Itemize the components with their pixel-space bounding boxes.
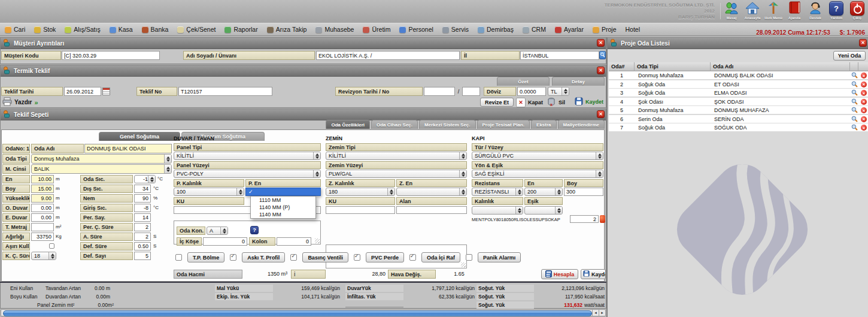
alan-field[interactable] <box>396 206 467 214</box>
yardim-button[interactable]: ? Yardım <box>827 1 845 20</box>
help-question-button[interactable] <box>250 226 259 234</box>
hacim-aux-field[interactable]: İ <box>291 270 326 279</box>
t-metraj-field[interactable] <box>31 223 54 231</box>
kapi-en-select[interactable]: 200 <box>524 188 563 196</box>
table-row[interactable]: 1 Donmuş Muhafaza DONMUŞ BALIK ODASI <box>609 71 868 80</box>
view-magnifier-icon[interactable] <box>851 89 858 97</box>
tab-proje-tesisat[interactable]: Proje Tesisat Plan. <box>477 120 530 129</box>
menu-item-servis[interactable]: Servis <box>442 26 469 33</box>
view-magnifier-icon[interactable] <box>851 124 858 132</box>
tur-yuzey-select[interactable]: SÜRGÜLÜ PVC <box>472 152 603 160</box>
teklif-tarihi-field[interactable]: 26.09.2012 <box>64 87 101 96</box>
zemin-tipi-select[interactable]: KİLİTLİ <box>326 152 467 160</box>
panel-yuzeyi-select[interactable]: PVC-POLY <box>174 170 321 178</box>
scroll-right-icon[interactable]: ▸ <box>599 310 605 316</box>
doviz-field[interactable]: 0.0000 <box>517 87 546 96</box>
yukseklik-field[interactable]: 9.00 <box>31 194 54 203</box>
yon-esik-select[interactable]: SAĞ EŞİKLİ <box>472 170 603 178</box>
o-duvar-field[interactable]: 0.00 <box>31 204 54 212</box>
musteri-close-icon[interactable] <box>597 39 605 47</box>
ajanda-button[interactable]: Ajanda <box>785 1 803 20</box>
dis-sic-field[interactable]: 34 <box>134 185 151 193</box>
p-en-select-open[interactable] <box>245 188 321 196</box>
esik-select[interactable] <box>524 206 563 215</box>
menu-item-personel[interactable]: Personel <box>399 26 433 33</box>
scroll-left-icon[interactable]: ◂ <box>592 310 599 316</box>
tab-ozet[interactable]: Özet <box>497 77 550 86</box>
rezistans-select[interactable]: REZİSTANSLI <box>472 188 523 196</box>
zemin-yuzeyi-select[interactable]: PLW/GAL <box>326 170 467 178</box>
z-en-select[interactable] <box>396 188 467 196</box>
panel-tipi-select[interactable]: KİLİTLİ <box>174 152 321 160</box>
nem-field[interactable]: 90 <box>134 194 151 203</box>
yeni-oda-button[interactable]: Yeni Oda <box>833 51 866 61</box>
yazdir-button[interactable]: Yazdır » <box>2 97 38 107</box>
tp-bolme-checkbox[interactable] <box>175 254 182 261</box>
delete-row-icon[interactable] <box>861 81 867 87</box>
menu-item-cari[interactable]: Cari <box>5 26 25 33</box>
anasayfa-button[interactable]: Anasayfa <box>743 1 761 20</box>
panik-alarmi-button[interactable]: Panik Alarmı <box>478 252 521 262</box>
col-oda-no[interactable]: Oda# <box>609 62 635 71</box>
panik-alarmi-checkbox[interactable] <box>466 254 472 261</box>
pvc-perde-button[interactable]: PVC Perde <box>366 252 404 262</box>
basinc-ventili-checkbox[interactable] <box>290 254 297 261</box>
hesapla-button[interactable]: Hesapla <box>541 269 578 279</box>
col-oda-tipi[interactable]: Oda Tipi <box>635 62 711 71</box>
doviz-currency-select[interactable]: TL <box>548 87 569 96</box>
menu-item-stok[interactable]: Stok <box>34 26 56 33</box>
tab-oda-cihazi[interactable]: Oda Cihazı Seç. <box>371 120 418 129</box>
aski-profil-button[interactable]: Askı T. Profil <box>242 252 285 262</box>
hizli-menu-button[interactable]: Hızlı Menü <box>764 1 782 20</box>
sil-button[interactable]: x Sil <box>547 97 565 108</box>
table-row[interactable]: 3 Soğuk Oda ELMA ODASI <box>609 89 868 97</box>
menu-item-raporlar[interactable]: Raporlar <box>224 26 257 33</box>
horizontal-scrollbar[interactable]: ◂ ▸ <box>1 309 606 316</box>
zemin-ku-field[interactable] <box>326 206 395 214</box>
kapi-boy-field[interactable]: 300 <box>564 188 603 196</box>
per-c-sure-field[interactable]: 2 <box>134 223 151 231</box>
en-field[interactable]: 10.00 <box>31 175 54 183</box>
k-c-sure-select[interactable]: 18 <box>31 252 56 260</box>
musteri-il-field[interactable]: İSTANBUL <box>520 51 599 60</box>
musteri-kodu-field[interactable]: [C] 320.03.29 <box>62 51 160 60</box>
m-cinsi-select[interactable]: BALIK <box>31 164 172 174</box>
tab-merkezi-sistem[interactable]: Merkezi Sistem Seç. <box>419 120 475 129</box>
giris-sic-field[interactable]: -8 <box>134 204 151 212</box>
table-row[interactable]: 4 Şok Odası ŞOK ODASI <box>609 98 868 106</box>
tab-detay[interactable]: Detay <box>552 77 605 86</box>
flame-icon[interactable] <box>600 215 605 223</box>
revizyon-tarih-field[interactable] <box>424 87 455 96</box>
dropdown-option[interactable]: 1110 MM <box>251 197 315 204</box>
menu-item-kasa[interactable]: Kasa <box>110 26 133 33</box>
kaydet-button[interactable]: Kaydet <box>575 97 603 107</box>
kapat-button[interactable]: ✕ Kapat <box>516 98 543 107</box>
menu-item-uretim[interactable]: Üretim <box>363 26 390 33</box>
calendar-icon[interactable] <box>102 87 110 95</box>
revize-et-button[interactable]: Revize Et <box>480 98 514 107</box>
tab-oda-ozellikleri[interactable]: Oda Özellikleri <box>326 120 370 129</box>
menu-item-demirbas[interactable]: Demirbaş <box>478 26 514 33</box>
pvc-perde-checkbox[interactable] <box>354 254 360 261</box>
kolon-field[interactable]: 0 <box>277 237 311 246</box>
e-duvar-field[interactable]: 0.00 <box>31 213 54 222</box>
oda-tipi-select[interactable]: Donmuş Muhafaza <box>31 154 172 164</box>
agirligi-field[interactable]: 33750 <box>31 233 54 241</box>
view-magnifier-icon[interactable] <box>851 72 858 80</box>
menu-item-crm[interactable]: CRM <box>523 26 546 33</box>
per-say-field[interactable]: 14 <box>134 213 151 222</box>
hacim-kaydet-button[interactable]: Kaydet <box>581 269 606 279</box>
delete-row-icon[interactable] <box>861 90 867 96</box>
destek-button[interactable]: Destek <box>806 1 824 20</box>
table-row[interactable]: 6 Serin Oda SERİN ODA <box>609 115 868 123</box>
dropdown-option[interactable]: 1140 MM <box>251 211 315 218</box>
menu-item-cek-senet[interactable]: Çek/Senet <box>177 26 216 33</box>
cikis-button[interactable]: Çıkış <box>848 1 866 20</box>
menu-item-ariza-takip[interactable]: Arıza Takip <box>267 26 307 33</box>
proje-close-icon[interactable] <box>859 39 867 47</box>
teklif-no-field[interactable]: T120157 <box>178 87 272 96</box>
a-sure-field[interactable]: 2 <box>134 233 151 241</box>
menu-item-hotel[interactable]: Hotel <box>625 26 640 33</box>
def-sayi-field[interactable]: 5 <box>134 252 151 260</box>
table-row[interactable]: 5 Donmuş Muhafaza DONMUŞ MUHAFAZA <box>609 106 868 114</box>
